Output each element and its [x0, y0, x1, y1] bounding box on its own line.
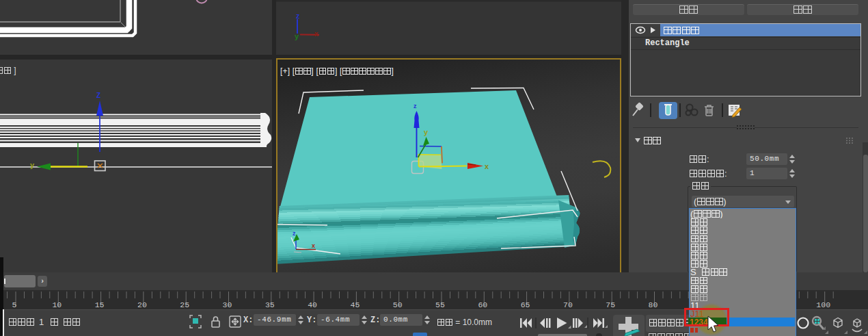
- svg-text:30: 30: [223, 300, 232, 309]
- svg-text:75: 75: [606, 300, 615, 309]
- svg-text:5: 5: [12, 300, 17, 309]
- svg-text:55: 55: [435, 300, 445, 309]
- svg-text:15: 15: [95, 300, 105, 309]
- svg-text:100: 100: [816, 300, 830, 309]
- svg-text:65: 65: [521, 300, 530, 309]
- svg-text:35: 35: [265, 300, 275, 309]
- svg-text:60: 60: [478, 300, 487, 309]
- svg-text:80: 80: [649, 300, 658, 309]
- svg-text:25: 25: [180, 300, 189, 309]
- svg-text:40: 40: [308, 300, 317, 309]
- svg-text:50: 50: [393, 300, 403, 309]
- svg-text:70: 70: [563, 300, 573, 309]
- svg-text:20: 20: [137, 300, 147, 309]
- svg-text:45: 45: [350, 300, 360, 309]
- svg-text:10: 10: [52, 300, 62, 309]
